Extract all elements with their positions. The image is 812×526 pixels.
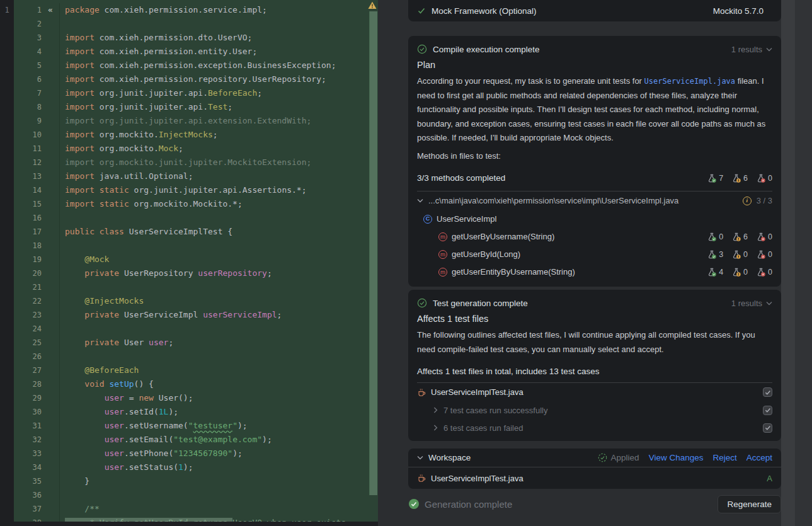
code-line: 10import org.mockito.InjectMocks; — [14, 128, 378, 142]
code-line: 38 * Verify getUserById returns UserVO w… — [14, 516, 378, 522]
file-tree-row[interactable]: ...c\main\java\com\xieh\permission\servi… — [417, 192, 772, 210]
generation-status: Generation complete — [408, 498, 512, 510]
flask-pass-icon — [707, 174, 716, 183]
failed-count: 0 — [768, 268, 772, 277]
accept-link[interactable]: Accept — [746, 453, 772, 462]
line-number: 1 — [14, 3, 42, 17]
line-number: 36 — [14, 488, 42, 502]
workspace-file-row[interactable]: UserServiceImplTest.java A — [408, 467, 781, 489]
failed-count-badge: 0 — [757, 268, 772, 277]
code-text — [59, 211, 378, 225]
code-text — [59, 239, 378, 253]
chevron-right-icon[interactable] — [433, 425, 438, 431]
generation-done-icon — [408, 498, 420, 510]
chevron-down-icon[interactable] — [417, 455, 423, 460]
code-text: import org.junit.jupiter.api.Test; — [59, 100, 378, 114]
flask-fail-icon — [757, 250, 765, 259]
line-number: 7 — [14, 86, 42, 100]
code-text: @Mock — [59, 253, 378, 266]
passed-count: 7 — [719, 174, 723, 183]
view-changes-link[interactable]: View Changes — [649, 453, 704, 462]
fold-marker-icon[interactable]: « — [42, 3, 59, 17]
line-number: 19 — [14, 253, 42, 266]
workspace-card: Workspace Applied View Changes Reject Ac… — [408, 449, 781, 489]
class-tree-row[interactable]: C UserServiceImpl — [417, 210, 772, 228]
code-text: import org.junit.jupiter.api.extension.E… — [59, 114, 378, 128]
passed-count: 0 — [719, 232, 723, 241]
panel-right-margin — [795, 0, 812, 526]
info-icon: i — [743, 197, 752, 205]
test-file-row[interactable]: UserServiceImplTest.java — [417, 383, 772, 401]
flask-fail-icon — [757, 268, 765, 277]
diff-left-line-number: 1 — [4, 6, 9, 14]
chevron-right-icon[interactable] — [433, 407, 438, 413]
passed-count: 4 — [719, 268, 723, 277]
code-text: import com.xieh.permission.repository.Us… — [59, 72, 378, 86]
code-text: import com.xieh.permission.entity.User; — [59, 45, 378, 59]
test-group-checkbox[interactable] — [763, 406, 772, 415]
affects-heading: Affects 1 test files — [417, 314, 772, 324]
line-number: 30 — [14, 405, 42, 419]
warning-triangle-icon[interactable] — [368, 1, 377, 9]
test-group-row[interactable]: 7 test cases run successfully — [417, 401, 772, 419]
method-icon: m — [438, 250, 447, 259]
reject-link[interactable]: Reject — [712, 453, 736, 462]
code-line: 29 user = new User(); — [14, 391, 378, 405]
code-text: /** — [59, 502, 378, 516]
fold-spacer — [42, 391, 59, 405]
line-number: 5 — [14, 59, 42, 72]
fold-spacer — [42, 31, 59, 45]
method-test-badges: 0 6 0 — [707, 232, 772, 241]
line-number: 9 — [14, 114, 42, 128]
testgen-results-dropdown[interactable]: 1 results — [731, 299, 772, 308]
test-file-checkbox[interactable] — [763, 387, 772, 397]
fold-spacer — [42, 17, 59, 31]
test-group-row[interactable]: 6 test cases run failed — [417, 419, 772, 437]
editor-bottom-edge — [0, 522, 378, 526]
test-group-label: 7 test cases run successfully — [443, 406, 547, 415]
code-editor[interactable]: 1 1«package com.xieh.permission.service.… — [0, 0, 378, 522]
fold-spacer — [42, 239, 59, 253]
fold-spacer — [42, 405, 59, 419]
code-line: 7import org.junit.jupiter.api.BeforeEach… — [14, 86, 378, 100]
code-text: user.setId(1L); — [59, 405, 378, 419]
warn-count-badge: 0 — [732, 250, 748, 259]
line-number: 16 — [14, 211, 42, 225]
fold-spacer — [42, 197, 59, 211]
panel-scroll-track[interactable] — [781, 0, 795, 526]
compile-results-dropdown[interactable]: 1 results — [731, 45, 772, 54]
code-line: 17public class UserServiceImplTest { — [14, 225, 378, 239]
fold-spacer — [42, 280, 59, 294]
regenerate-button[interactable]: Regenerate — [718, 495, 781, 513]
warn-count: 6 — [743, 174, 748, 183]
code-line: 21 — [14, 280, 378, 294]
line-number: 20 — [14, 266, 42, 280]
fold-spacer — [42, 156, 59, 169]
code-text: import org.mockito.junit.jupiter.Mockito… — [59, 156, 378, 169]
mock-framework-row[interactable]: Mock Framework (Optional) Mockito 5.7.0 — [408, 0, 781, 21]
line-number: 2 — [14, 17, 42, 31]
line-number: 22 — [14, 294, 42, 308]
code-text: import com.xieh.permission.exception.Bus… — [59, 59, 378, 72]
method-row[interactable]: m getUserById(Long) 3 0 0 — [417, 246, 772, 263]
editor-scrollbar-thumb[interactable] — [369, 11, 377, 495]
code-text — [59, 322, 378, 336]
method-row[interactable]: m getUserEntityByUsername(String) 4 0 0 — [417, 263, 772, 281]
plan-heading: Plan — [417, 60, 772, 70]
code-text: user.setUsername("testuser"); — [59, 419, 378, 433]
plan-inline-code[interactable]: UserServiceImpl.java — [644, 77, 736, 86]
fold-spacer — [42, 142, 59, 156]
fold-spacer — [42, 266, 59, 280]
mock-framework-value: Mockito 5.7.0 — [713, 6, 763, 16]
code-area[interactable]: 1«package com.xieh.permission.service.im… — [14, 0, 378, 522]
code-text: package com.xieh.permission.service.impl… — [59, 3, 378, 17]
test-group-checkbox[interactable] — [763, 423, 772, 433]
method-row[interactable]: m getUserByUsername(String) 0 6 0 — [417, 228, 772, 246]
testgen-summary: Affects 1 test files in total, includes … — [417, 367, 772, 376]
line-number: 15 — [14, 197, 42, 211]
workspace-header[interactable]: Workspace Applied View Changes Reject Ac… — [408, 449, 781, 467]
chevron-down-icon[interactable] — [417, 198, 423, 203]
code-line: 15import static org.mockito.Mockito.*; — [14, 197, 378, 211]
file-path: ...c\main\java\com\xieh\permission\servi… — [428, 196, 678, 205]
panel-footer: Generation complete Regenerate — [408, 494, 781, 514]
